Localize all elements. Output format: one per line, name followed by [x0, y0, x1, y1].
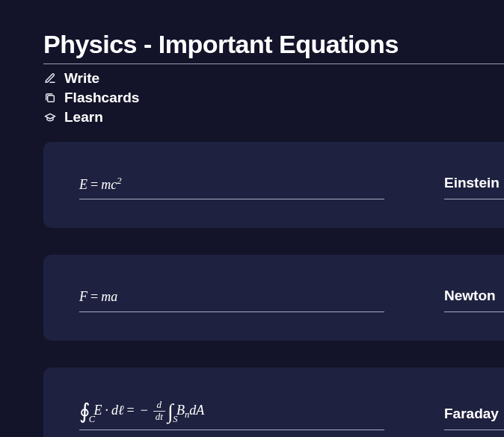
- learn-icon: [43, 111, 57, 124]
- mode-learn-label: Learn: [64, 109, 103, 125]
- flashcards-icon: [43, 91, 57, 105]
- definition-field[interactable]: Newton: [444, 283, 504, 312]
- write-icon: [43, 72, 57, 85]
- mode-flashcards-label: Flashcards: [64, 90, 139, 106]
- page-title: Physics - Important Equations: [43, 30, 504, 59]
- card-list: E=mc2 Einstein F=ma Newton ∮C E·dℓ=−d: [43, 142, 504, 437]
- flashcard: F=ma Newton: [43, 255, 504, 341]
- mode-write[interactable]: Write: [43, 70, 504, 87]
- term-field[interactable]: E=mc2: [79, 171, 384, 199]
- definition-field[interactable]: Faraday: [444, 401, 504, 430]
- title-divider: [43, 63, 504, 64]
- definition-field[interactable]: Einstein: [444, 170, 504, 199]
- term-field[interactable]: F=ma: [79, 284, 384, 312]
- svg-rect-0: [48, 96, 55, 102]
- mode-write-label: Write: [64, 70, 99, 87]
- mode-learn[interactable]: Learn: [43, 109, 504, 125]
- flashcard: E=mc2 Einstein: [43, 142, 504, 228]
- term-field[interactable]: ∮C E·dℓ=−ddt∫S BndA: [79, 396, 384, 430]
- flashcard: ∮C E·dℓ=−ddt∫S BndA Faraday: [43, 368, 504, 437]
- study-modes: Write Flashcards Learn: [43, 70, 504, 125]
- mode-flashcards[interactable]: Flashcards: [43, 90, 504, 106]
